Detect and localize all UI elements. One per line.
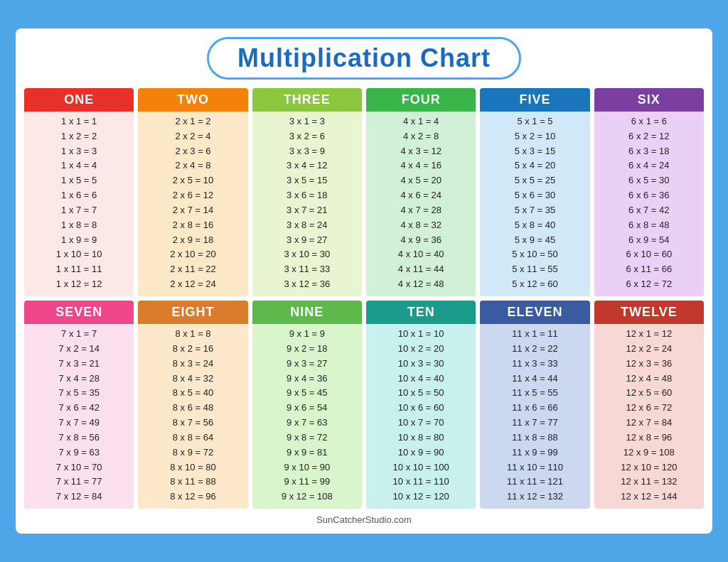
- table-row: 3 x 2 = 6: [258, 129, 356, 144]
- table-row: 6 x 10 = 60: [600, 247, 698, 262]
- table-row: 11 x 8 = 88: [486, 431, 584, 445]
- table-row: 12 x 9 = 108: [600, 445, 698, 460]
- table-row: 3 x 9 = 27: [258, 233, 356, 248]
- table-row: 8 x 10 = 80: [144, 460, 242, 475]
- main-container: Multiplication Chart ONE1 x 1 = 11 x 2 =…: [16, 28, 712, 534]
- table-row: 1 x 1 = 1: [30, 114, 128, 129]
- table-row: 9 x 8 = 72: [258, 431, 356, 445]
- table-block-nine: NINE9 x 1 = 99 x 2 = 189 x 3 = 279 x 4 =…: [252, 301, 362, 509]
- table-row: 8 x 6 = 48: [144, 401, 242, 416]
- table-row: 9 x 6 = 54: [258, 401, 356, 416]
- table-row: 1 x 8 = 8: [30, 218, 128, 233]
- table-row: 8 x 12 = 96: [144, 490, 242, 504]
- table-row: 7 x 4 = 28: [30, 372, 128, 387]
- table-body-six: 6 x 1 = 66 x 2 = 126 x 3 = 186 x 4 = 246…: [594, 112, 704, 296]
- table-block-four: FOUR4 x 1 = 44 x 2 = 84 x 3 = 124 x 4 = …: [366, 88, 476, 296]
- table-row: 10 x 11 = 110: [372, 475, 470, 490]
- table-row: 5 x 4 = 20: [486, 158, 584, 173]
- table-row: 4 x 10 = 40: [372, 247, 470, 262]
- table-row: 8 x 2 = 16: [144, 342, 242, 357]
- table-row: 11 x 2 = 22: [486, 342, 584, 357]
- table-row: 5 x 10 = 50: [486, 247, 584, 262]
- table-block-six: SIX6 x 1 = 66 x 2 = 126 x 3 = 186 x 4 = …: [594, 88, 704, 296]
- table-body-eight: 8 x 1 = 88 x 2 = 168 x 3 = 248 x 4 = 328…: [138, 324, 247, 509]
- table-row: 3 x 12 = 36: [258, 277, 356, 292]
- table-row: 2 x 3 = 6: [144, 144, 242, 159]
- table-row: 11 x 4 = 44: [486, 372, 584, 387]
- table-row: 2 x 2 = 4: [144, 129, 242, 144]
- table-row: 10 x 10 = 100: [372, 460, 470, 475]
- table-row: 11 x 1 = 11: [486, 327, 584, 342]
- table-row: 1 x 9 = 9: [30, 233, 128, 248]
- table-row: 6 x 11 = 66: [600, 262, 698, 277]
- table-block-two: TWO2 x 1 = 22 x 2 = 42 x 3 = 62 x 4 = 82…: [138, 88, 247, 296]
- table-row: 7 x 12 = 84: [30, 490, 128, 504]
- table-row: 3 x 1 = 3: [258, 114, 356, 129]
- table-body-eleven: 11 x 1 = 1111 x 2 = 2211 x 3 = 3311 x 4 …: [480, 324, 589, 509]
- table-row: 3 x 5 = 15: [258, 173, 356, 188]
- table-row: 3 x 11 = 33: [258, 262, 356, 277]
- table-body-five: 5 x 1 = 55 x 2 = 105 x 3 = 155 x 4 = 205…: [480, 112, 589, 296]
- table-row: 2 x 9 = 18: [144, 233, 242, 248]
- table-row: 11 x 12 = 132: [486, 490, 584, 504]
- table-body-two: 2 x 1 = 22 x 2 = 42 x 3 = 62 x 4 = 82 x …: [138, 112, 247, 296]
- table-block-twelve: TWELVE12 x 1 = 1212 x 2 = 2412 x 3 = 361…: [594, 301, 704, 509]
- table-row: 4 x 12 = 48: [372, 277, 470, 292]
- table-body-four: 4 x 1 = 44 x 2 = 84 x 3 = 124 x 4 = 164 …: [366, 112, 476, 296]
- table-row: 5 x 3 = 15: [486, 144, 584, 159]
- table-row: 9 x 4 = 36: [258, 372, 356, 387]
- table-row: 3 x 6 = 18: [258, 188, 356, 203]
- table-row: 1 x 2 = 2: [30, 129, 128, 144]
- table-row: 7 x 6 = 42: [30, 401, 128, 416]
- table-body-twelve: 12 x 1 = 1212 x 2 = 2412 x 3 = 3612 x 4 …: [594, 324, 704, 509]
- table-body-one: 1 x 1 = 11 x 2 = 21 x 3 = 31 x 4 = 41 x …: [24, 112, 134, 296]
- table-row: 2 x 6 = 12: [144, 188, 242, 203]
- table-row: 9 x 10 = 90: [258, 460, 356, 475]
- table-row: 11 x 3 = 33: [486, 357, 584, 372]
- table-row: 1 x 11 = 11: [30, 262, 128, 277]
- table-body-ten: 10 x 1 = 1010 x 2 = 2010 x 3 = 3010 x 4 …: [366, 324, 476, 509]
- table-header-seven: SEVEN: [24, 301, 134, 324]
- table-row: 7 x 3 = 21: [30, 357, 128, 372]
- table-block-eight: EIGHT8 x 1 = 88 x 2 = 168 x 3 = 248 x 4 …: [138, 301, 247, 509]
- table-row: 4 x 3 = 12: [372, 144, 470, 159]
- table-row: 11 x 10 = 110: [486, 460, 584, 475]
- table-row: 10 x 3 = 30: [372, 357, 470, 372]
- table-row: 10 x 4 = 40: [372, 372, 470, 387]
- table-row: 12 x 5 = 60: [600, 386, 698, 401]
- table-block-eleven: ELEVEN11 x 1 = 1111 x 2 = 2211 x 3 = 331…: [480, 301, 589, 509]
- table-row: 4 x 4 = 16: [372, 158, 470, 173]
- table-block-one: ONE1 x 1 = 11 x 2 = 21 x 3 = 31 x 4 = 41…: [24, 88, 134, 296]
- table-row: 3 x 8 = 24: [258, 218, 356, 233]
- table-row: 9 x 11 = 99: [258, 475, 356, 490]
- table-row: 9 x 12 = 108: [258, 490, 356, 504]
- table-row: 12 x 7 = 84: [600, 416, 698, 431]
- table-row: 5 x 2 = 10: [486, 129, 584, 144]
- table-row: 9 x 2 = 18: [258, 342, 356, 357]
- table-block-five: FIVE5 x 1 = 55 x 2 = 105 x 3 = 155 x 4 =…: [480, 88, 589, 296]
- table-row: 7 x 2 = 14: [30, 342, 128, 357]
- table-row: 2 x 12 = 24: [144, 277, 242, 292]
- table-row: 5 x 11 = 55: [486, 262, 584, 277]
- table-row: 7 x 1 = 7: [30, 327, 128, 342]
- table-row: 7 x 7 = 49: [30, 416, 128, 431]
- table-row: 10 x 12 = 120: [372, 490, 470, 504]
- table-row: 10 x 2 = 20: [372, 342, 470, 357]
- table-row: 11 x 7 = 77: [486, 416, 584, 431]
- table-row: 6 x 8 = 48: [600, 218, 698, 233]
- table-row: 5 x 6 = 30: [486, 188, 584, 203]
- multiplication-grid: ONE1 x 1 = 11 x 2 = 21 x 3 = 31 x 4 = 41…: [24, 88, 704, 509]
- table-row: 12 x 11 = 132: [600, 475, 698, 490]
- table-row: 6 x 7 = 42: [600, 203, 698, 218]
- table-row: 10 x 6 = 60: [372, 401, 470, 416]
- table-row: 10 x 9 = 90: [372, 445, 470, 460]
- table-row: 9 x 3 = 27: [258, 357, 356, 372]
- table-row: 4 x 9 = 36: [372, 233, 470, 248]
- table-row: 8 x 5 = 40: [144, 386, 242, 401]
- table-row: 12 x 4 = 48: [600, 372, 698, 387]
- table-row: 4 x 8 = 32: [372, 218, 470, 233]
- table-row: 4 x 5 = 20: [372, 173, 470, 188]
- table-row: 11 x 5 = 55: [486, 386, 584, 401]
- table-row: 12 x 10 = 120: [600, 460, 698, 475]
- table-row: 4 x 1 = 4: [372, 114, 470, 129]
